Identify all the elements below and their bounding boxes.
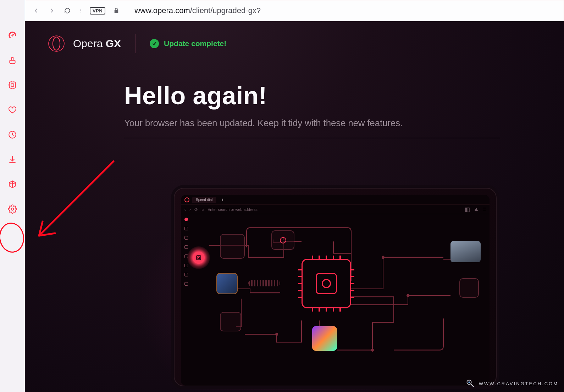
downloads-icon[interactable]	[7, 154, 18, 165]
mini-search-icon: ⌕	[201, 207, 204, 212]
menu-dots-icon[interactable]	[78, 6, 83, 15]
svg-point-6	[81, 9, 81, 10]
mini-side-icon	[184, 282, 188, 286]
opera-mini-icon	[184, 197, 189, 202]
svg-rect-1	[10, 60, 15, 63]
color-tile	[312, 326, 337, 351]
page-headline: Hello again!	[124, 82, 564, 110]
svg-point-14	[407, 295, 409, 297]
data-strip	[248, 280, 280, 286]
mini-search-placeholder: Enter search or web address	[208, 207, 258, 212]
ic-box	[220, 312, 241, 331]
mini-tabbar: Speed dial +	[181, 195, 490, 205]
mini-right-icon: ≡	[483, 206, 486, 213]
update-status: Update complete!	[150, 39, 226, 48]
browser-toolbar: VPN www.opera.com/client/upgraded-gx?	[25, 0, 564, 21]
circuit-illustration	[195, 220, 486, 386]
watermark-icon	[465, 379, 475, 388]
svg-point-10	[53, 37, 60, 50]
laptop-mockup: Speed dial + ‹ › ⟳ ⌕ Enter search or web…	[174, 188, 497, 386]
monitor-icon	[216, 273, 238, 294]
svg-point-7	[81, 10, 81, 11]
mini-side-icon	[184, 245, 188, 249]
reload-button[interactable]	[63, 6, 72, 15]
cpu-chip-icon	[302, 259, 351, 308]
forward-button[interactable]	[47, 6, 56, 15]
page-content: Opera GX Update complete! Hello again! Y…	[25, 21, 564, 392]
back-button[interactable]	[32, 6, 41, 15]
svg-point-5	[11, 208, 14, 211]
watermark: WWW.CRAVINGTECH.COM	[465, 379, 558, 388]
settings-icon[interactable]	[7, 204, 18, 214]
svg-point-15	[371, 349, 374, 351]
power-icon	[271, 230, 294, 250]
svg-point-9	[49, 36, 64, 51]
url-host: www.opera.com	[134, 6, 190, 15]
gx-control-icon[interactable]	[7, 80, 18, 90]
mini-side-icon	[184, 236, 188, 240]
vpn-badge[interactable]: VPN	[90, 7, 105, 15]
divider	[135, 34, 136, 53]
svg-point-16	[276, 333, 278, 336]
svg-point-19	[468, 381, 470, 383]
page-subhead: Your browser has been updated. Keep it t…	[124, 118, 564, 129]
mini-back-icon: ‹	[184, 207, 186, 212]
speedometer-icon[interactable]	[7, 30, 18, 41]
svg-rect-2	[9, 82, 15, 88]
opera-gx-logo-icon	[47, 34, 66, 53]
plus-icon: +	[221, 197, 224, 203]
mini-reload-icon: ⟳	[194, 207, 198, 212]
heart-icon[interactable]	[7, 105, 18, 115]
brand-text: Opera GX	[73, 38, 121, 50]
ic-box	[459, 278, 479, 298]
ic-box	[220, 234, 245, 259]
mini-tab: Speed dial	[192, 197, 216, 203]
history-icon[interactable]	[7, 129, 18, 140]
svg-point-13	[382, 256, 384, 259]
mini-sidebar	[181, 214, 192, 386]
mini-forward-icon: ›	[189, 207, 191, 212]
address-bar[interactable]: www.opera.com/client/upgraded-gx?	[134, 6, 261, 15]
watermark-text: WWW.CRAVINGTECH.COM	[479, 381, 558, 386]
mini-addressbar: ‹ › ⟳ ⌕ Enter search or web address ◧ ▲ …	[181, 205, 490, 214]
mini-side-icon	[184, 227, 188, 230]
check-icon	[150, 39, 159, 48]
browser-sidebar	[0, 21, 25, 392]
mini-right-icon: ▲	[474, 206, 479, 213]
mini-side-icon	[184, 273, 188, 276]
url-path: /client/upgraded-gx?	[190, 6, 261, 15]
mini-side-icon	[184, 218, 188, 221]
section-divider	[124, 138, 500, 138]
brand-row: Opera GX Update complete!	[25, 21, 564, 53]
mini-side-icon	[184, 264, 188, 267]
laptop-screen: Speed dial + ‹ › ⟳ ⌕ Enter search or web…	[181, 195, 490, 386]
extensions-icon[interactable]	[7, 179, 18, 190]
svg-rect-3	[11, 84, 14, 86]
brand: Opera GX	[47, 34, 121, 53]
lock-icon	[112, 6, 121, 15]
update-status-text: Update complete!	[164, 39, 226, 48]
mini-right-icon: ◧	[465, 206, 470, 213]
svg-point-8	[81, 12, 81, 12]
metal-tile	[450, 241, 481, 262]
cleaner-icon[interactable]	[7, 55, 18, 66]
